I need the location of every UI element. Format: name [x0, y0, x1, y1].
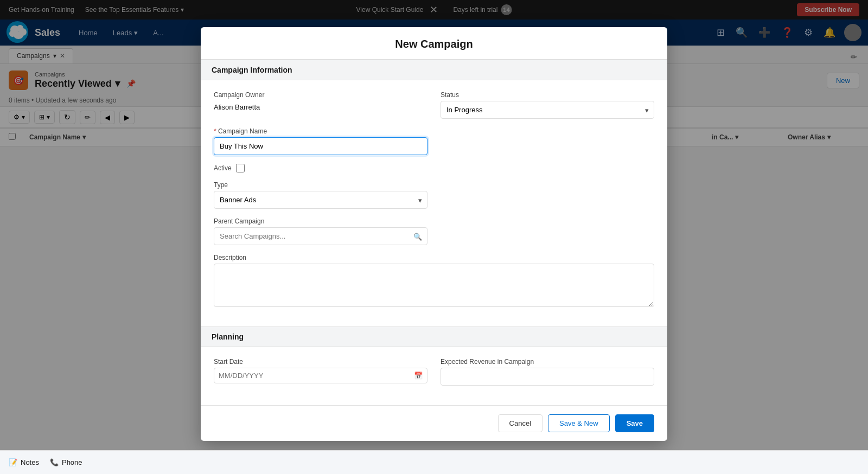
form-row-type: Type Banner Ads Direct Mail Email Telema… — [214, 181, 654, 209]
status-label: Status — [441, 91, 654, 99]
form-group-parent: Parent Campaign 🔍 — [214, 217, 427, 245]
status-select[interactable]: Planning In Progress Completed Aborted — [441, 101, 654, 119]
parent-campaign-input[interactable] — [214, 227, 427, 245]
form-row-description: Description — [214, 254, 654, 307]
type-select-wrapper: Banner Ads Direct Mail Email Telemarketi… — [214, 191, 427, 209]
notes-item[interactable]: 📝 Notes — [9, 458, 39, 466]
campaign-info-section-header: Campaign Information — [201, 60, 667, 80]
form-group-spacer — [441, 127, 654, 155]
modal-footer: Cancel Save & New Save — [201, 405, 667, 441]
modal-overlay: New Campaign Campaign Information Campai… — [0, 0, 868, 474]
start-date-label: Start Date — [214, 358, 427, 366]
expected-revenue-label: Expected Revenue in Campaign — [441, 358, 654, 366]
form-group-type: Type Banner Ads Direct Mail Email Telema… — [214, 181, 427, 209]
modal-header: New Campaign — [201, 27, 667, 60]
form-group-owner: Campaign Owner Alison Barretta — [214, 91, 427, 119]
save-new-button[interactable]: Save & New — [548, 414, 610, 432]
type-label: Type — [214, 181, 427, 189]
form-group-description: Description — [214, 254, 654, 307]
phone-item[interactable]: 📞 Phone — [50, 458, 82, 466]
active-checkbox[interactable] — [236, 164, 245, 172]
form-group-start-date: Start Date 📅 — [214, 358, 427, 386]
form-row-name: Campaign Name — [214, 127, 654, 155]
save-button[interactable]: Save — [615, 414, 654, 432]
phone-icon: 📞 — [50, 458, 59, 466]
new-campaign-modal: New Campaign Campaign Information Campai… — [201, 27, 667, 441]
cancel-button[interactable]: Cancel — [498, 414, 542, 432]
description-textarea[interactable] — [214, 264, 654, 307]
form-row-parent: Parent Campaign 🔍 — [214, 217, 654, 245]
start-date-input[interactable] — [219, 371, 414, 380]
calendar-icon[interactable]: 📅 — [414, 371, 423, 380]
campaign-owner-label: Campaign Owner — [214, 91, 427, 99]
planning-section-header: Planning — [201, 326, 667, 347]
active-label: Active — [214, 164, 232, 172]
notes-icon: 📝 — [9, 458, 17, 466]
form-group-name: Campaign Name — [214, 127, 427, 155]
parent-campaign-label: Parent Campaign — [214, 217, 427, 225]
parent-campaign-search-wrapper: 🔍 — [214, 227, 427, 245]
bottom-bar: 📝 Notes 📞 Phone — [0, 450, 868, 474]
form-group-expected-revenue: Expected Revenue in Campaign — [441, 358, 654, 386]
expected-revenue-input[interactable] — [441, 368, 654, 386]
form-row-planning: Start Date 📅 Expected Revenue in Campaig… — [214, 358, 654, 386]
form-group-status: Status Planning In Progress Completed Ab… — [441, 91, 654, 119]
campaign-name-label: Campaign Name — [214, 127, 427, 135]
status-select-wrapper: Planning In Progress Completed Aborted — [441, 101, 654, 119]
form-row-owner-status: Campaign Owner Alison Barretta Status Pl… — [214, 91, 654, 119]
form-group-spacer3 — [441, 217, 654, 245]
campaign-info-form: Campaign Owner Alison Barretta Status Pl… — [201, 80, 667, 326]
campaign-owner-value: Alison Barretta — [214, 101, 427, 113]
type-select[interactable]: Banner Ads Direct Mail Email Telemarketi… — [214, 191, 427, 209]
campaign-name-input[interactable] — [214, 137, 427, 155]
form-row-active: Active — [214, 164, 654, 172]
planning-form: Start Date 📅 Expected Revenue in Campaig… — [201, 347, 667, 405]
search-icon-inside: 🔍 — [413, 232, 422, 240]
form-group-spacer2 — [441, 181, 654, 209]
description-label: Description — [214, 254, 654, 261]
modal-title: New Campaign — [395, 38, 473, 50]
